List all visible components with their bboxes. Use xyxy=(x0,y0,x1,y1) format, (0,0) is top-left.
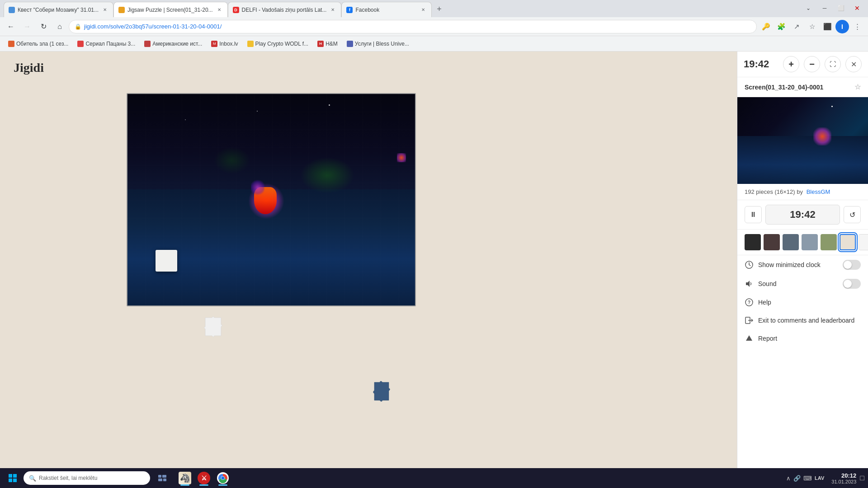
tray-link-icon[interactable]: 🔗 xyxy=(793,475,801,482)
tab-2[interactable]: Jigsaw Puzzle | Screen(01_31-20... ✕ xyxy=(113,2,228,17)
share-icon[interactable]: ↗ xyxy=(789,19,804,34)
settings-exit[interactable]: Exit to comments and leaderboard xyxy=(737,311,868,329)
svg-marker-4 xyxy=(746,281,750,287)
taskbar-date: 31.01.2023 xyxy=(831,479,856,484)
color-swatches xyxy=(737,230,868,255)
bookmark-1[interactable]: Сериал Пацаны 3... xyxy=(74,39,139,49)
tab-2-close[interactable]: ✕ xyxy=(216,6,223,14)
puzzle-meta: 192 pieces (16×12) by BlessGM xyxy=(737,184,868,200)
forward-button[interactable]: → xyxy=(20,19,34,34)
reload-button[interactable]: ↻ xyxy=(36,19,51,34)
zoom-in-button[interactable]: + xyxy=(783,56,799,72)
taskbar-apps: 🦓 ⚔ xyxy=(176,469,231,487)
bookmark-3[interactable]: M Inbox.lv xyxy=(208,39,241,49)
bookmark-4[interactable]: Play Crypto WODL f... xyxy=(244,39,312,49)
reset-timer-button[interactable]: ↺ xyxy=(844,206,861,223)
address-bar[interactable]: 🔒 jigidi.com/solve/2o3bq57u/screen-01-31… xyxy=(69,20,757,33)
taskbar-app-game[interactable]: ⚔ xyxy=(195,469,212,487)
swatch-5[interactable] xyxy=(840,234,856,250)
task-view-button[interactable] xyxy=(154,469,171,487)
puzzle-image xyxy=(127,94,415,305)
floating-piece-1[interactable] xyxy=(201,315,226,342)
sound-toggle-knob xyxy=(844,280,852,288)
tray-arrow-icon[interactable]: ∧ xyxy=(786,475,791,482)
svg-marker-9 xyxy=(746,335,752,341)
svg-rect-12 xyxy=(9,479,12,482)
bookmark-5[interactable]: H H&M xyxy=(314,39,341,49)
pieces-info: 192 pieces (16×12) by xyxy=(745,188,803,195)
new-tab-button[interactable]: + xyxy=(432,2,446,16)
tab-4-close[interactable]: ✕ xyxy=(420,6,427,14)
star-icon[interactable]: ☆ xyxy=(854,83,861,91)
puzzle-area xyxy=(0,84,737,468)
floating-piece-2[interactable] xyxy=(371,380,393,407)
fullscreen-button[interactable]: ⛶ xyxy=(825,56,841,72)
top-timer-display: 19:42 xyxy=(744,58,769,70)
show-clock-toggle[interactable] xyxy=(843,260,861,270)
close-sidebar-button[interactable]: ✕ xyxy=(845,56,862,72)
profile-button[interactable]: I xyxy=(835,20,849,33)
bookmark-0-label: Обитель зла (1 сез... xyxy=(16,41,68,47)
more-options-icon[interactable]: ⋮ xyxy=(850,19,864,34)
tab-list-button[interactable]: ⌄ xyxy=(801,1,816,15)
tab-1-title: Квест "Собери Мозаику" 31.01... xyxy=(18,7,99,13)
start-button[interactable] xyxy=(4,470,22,486)
help-settings-icon: ? xyxy=(745,298,754,307)
home-button[interactable]: ⌂ xyxy=(52,19,67,34)
tab-3-close[interactable]: ✕ xyxy=(329,6,336,14)
password-icon[interactable]: 🔑 xyxy=(759,19,773,34)
extension-icon[interactable]: 🧩 xyxy=(774,19,788,34)
bookmark-6-label: Услуги | Bless Unive... xyxy=(355,41,409,47)
settings-help[interactable]: ? Help xyxy=(737,293,868,311)
taskbar-app-zebra[interactable]: 🦓 xyxy=(176,469,193,487)
page-content: Jigidi xyxy=(0,52,737,468)
notification-icon[interactable]: □ xyxy=(860,474,864,482)
tab-bar: Квест "Собери Мозаику" 31.01... ✕ Jigsaw… xyxy=(0,0,868,17)
tab-1-close[interactable]: ✕ xyxy=(101,6,108,14)
swatch-6[interactable] xyxy=(859,234,868,250)
sound-settings-icon xyxy=(745,279,754,288)
jigidi-logo[interactable]: Jigidi xyxy=(14,61,723,75)
settings-report[interactable]: Report xyxy=(737,329,868,347)
jigidi-header: Jigidi xyxy=(0,52,737,84)
tab-1[interactable]: Квест "Собери Мозаику" 31.01... ✕ xyxy=(4,2,113,17)
swatch-2[interactable] xyxy=(783,234,799,250)
bookmark-2-favicon xyxy=(144,41,151,47)
svg-rect-14 xyxy=(158,475,161,478)
zoom-out-button[interactable]: − xyxy=(804,56,820,72)
settings-sound[interactable]: Sound xyxy=(737,274,868,293)
tab-3[interactable]: D DELFI - Vadošais ziņu portāls Lat... ✕ xyxy=(228,2,342,17)
svg-rect-15 xyxy=(162,475,166,478)
system-tray: ∧ 🔗 ⌨ LAV xyxy=(783,475,828,482)
bookmark-0[interactable]: Обитель зла (1 сез... xyxy=(5,39,72,49)
bookmark-star-icon[interactable]: ☆ xyxy=(805,19,819,34)
show-clock-toggle-knob xyxy=(844,261,852,269)
maximize-button[interactable]: ⬜ xyxy=(834,1,848,15)
author-link[interactable]: BlessGM xyxy=(807,188,830,195)
pause-button[interactable]: ⏸ xyxy=(745,206,762,223)
taskbar-time[interactable]: 20:12 31.01.2023 xyxy=(831,472,856,484)
minimize-button[interactable]: ─ xyxy=(817,1,832,15)
swatch-4[interactable] xyxy=(821,234,837,250)
tab-4[interactable]: f Facebook ✕ xyxy=(341,2,432,17)
close-browser-button[interactable]: ✕ xyxy=(850,1,864,15)
back-button[interactable]: ← xyxy=(4,19,18,34)
swatch-0[interactable] xyxy=(745,234,761,250)
bookmark-5-label: H&M xyxy=(326,41,338,47)
bookmark-6[interactable]: Услуги | Bless Unive... xyxy=(343,39,413,49)
tray-keyboard-icon[interactable]: ⌨ xyxy=(803,475,812,482)
settings-show-clock[interactable]: Show minimized clock xyxy=(737,255,868,274)
bookmark-5-favicon: H xyxy=(317,41,324,47)
taskbar-app-chrome[interactable] xyxy=(214,469,231,487)
nav-actions: 🔑 🧩 ↗ ☆ ⬛ I ⋮ xyxy=(759,19,864,34)
tab-1-favicon xyxy=(9,7,15,13)
swatch-3[interactable] xyxy=(802,234,818,250)
tray-language-icon[interactable]: LAV xyxy=(815,475,824,481)
sound-toggle[interactable] xyxy=(843,279,861,289)
taskbar-search[interactable]: 🔍 Rakstiet šeit, lai meklētu xyxy=(24,471,150,485)
svg-line-3 xyxy=(749,265,750,266)
swatch-1[interactable] xyxy=(764,234,780,250)
extension2-icon[interactable]: ⬛ xyxy=(820,19,835,34)
bookmark-2[interactable]: Американские ист... xyxy=(141,39,206,49)
puzzle-board[interactable] xyxy=(127,93,416,306)
